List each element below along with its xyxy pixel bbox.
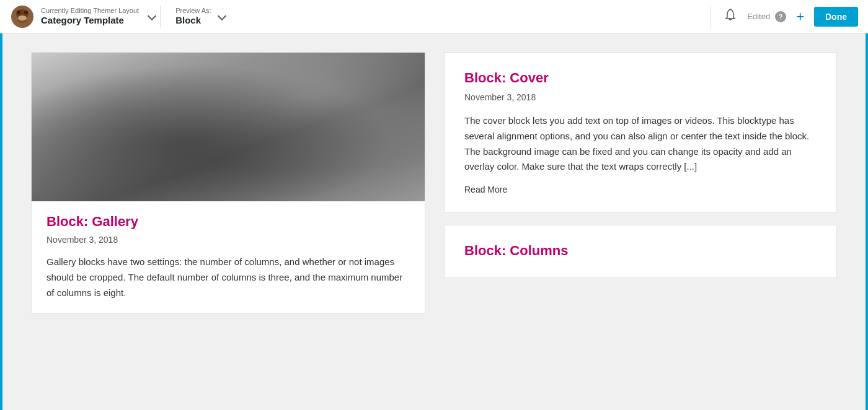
columns-post-title: Block: Columns <box>464 243 817 259</box>
title-dropdown-button[interactable] <box>141 9 160 24</box>
post-card-cover: Block: Cover November 3, 2018 The cover … <box>444 52 837 212</box>
svg-point-2 <box>17 11 20 14</box>
preview-label: Preview As: <box>175 7 211 15</box>
gallery-post-body: Block: Gallery November 3, 2018 Gallery … <box>32 201 425 313</box>
topbar: Currently Editing Themer Layout Category… <box>0 0 868 33</box>
cover-post-title: Block: Cover <box>464 70 817 86</box>
cover-post-excerpt: The cover block lets you add text on top… <box>464 113 817 175</box>
topbar-title: Category Template <box>41 15 139 26</box>
cover-post-date: November 3, 2018 <box>464 92 817 102</box>
svg-point-5 <box>730 9 731 11</box>
chevron-down-icon <box>218 12 226 20</box>
post-card-gallery: Block: Gallery November 3, 2018 Gallery … <box>31 52 425 313</box>
topbar-divider-2 <box>711 6 711 28</box>
right-column: Block: Cover November 3, 2018 The cover … <box>444 52 837 313</box>
edited-label: Edited <box>747 12 770 21</box>
gallery-post-date: November 3, 2018 <box>46 235 410 245</box>
add-button[interactable]: + <box>791 7 809 26</box>
gallery-post-excerpt: Gallery blocks have two settings: the nu… <box>46 255 410 300</box>
left-accent-bar <box>0 0 2 332</box>
preview-value: Block <box>175 15 211 26</box>
topbar-preview-section: Preview As: Block <box>161 7 703 26</box>
help-icon[interactable]: ? <box>775 11 786 22</box>
topbar-right-section: Edited ? + Done <box>719 6 858 27</box>
preview-dropdown-button[interactable] <box>211 9 230 24</box>
notifications-button[interactable] <box>719 6 742 27</box>
topbar-subtitle: Currently Editing Themer Layout <box>41 7 139 15</box>
svg-point-4 <box>18 15 27 20</box>
gallery-post-title: Block: Gallery <box>46 214 410 230</box>
topbar-title-block: Currently Editing Themer Layout Category… <box>41 7 139 26</box>
cover-read-more[interactable]: Read More <box>464 185 817 194</box>
chevron-down-icon <box>148 12 156 20</box>
app-logo <box>10 4 35 29</box>
gallery-post-image <box>32 53 425 201</box>
done-button[interactable]: Done <box>814 7 858 27</box>
preview-text-block: Preview As: Block <box>175 7 211 26</box>
post-card-columns: Block: Columns <box>444 225 837 278</box>
content-area: Block: Gallery November 3, 2018 Gallery … <box>0 33 868 332</box>
right-accent-bar <box>866 0 868 332</box>
svg-point-3 <box>24 11 28 14</box>
